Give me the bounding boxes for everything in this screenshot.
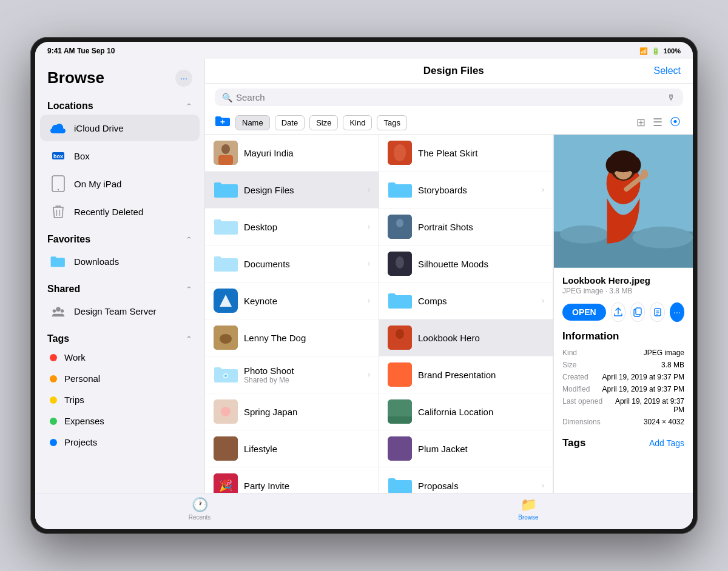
list-view-button[interactable]: ☰ (650, 115, 665, 130)
list-item[interactable]: Proposals › (379, 467, 553, 493)
info-row-modified: Modified April 19, 2019 at 9:37 PM (562, 385, 684, 393)
svg-point-49 (629, 156, 641, 173)
sidebar-item-icloud-drive[interactable]: iCloud Drive (40, 115, 200, 141)
battery-icon: 🔋 (652, 47, 660, 55)
list-item[interactable]: Design Files › (205, 172, 379, 209)
select-button[interactable]: Select (654, 65, 681, 76)
list-item[interactable]: Lookbook Hero (379, 319, 553, 356)
documents-chevron: › (368, 259, 370, 268)
sort-size-button[interactable]: Size (309, 115, 338, 130)
shared-section-header: Shared ⌃ (35, 275, 204, 297)
list-item[interactable]: Comps › (379, 282, 553, 319)
search-icon: 🔍 (222, 93, 232, 102)
column-view-button[interactable]: ⦿ (667, 115, 683, 130)
locations-title: Locations (47, 101, 93, 112)
svg-point-19 (224, 375, 227, 377)
info-key-size: Size (562, 361, 576, 369)
sidebar-item-downloads[interactable]: Downloads (40, 248, 200, 275)
list-item[interactable]: 🎉 Party Invite (205, 467, 379, 493)
sort-date-button[interactable]: Date (275, 115, 305, 130)
sidebar-item-work[interactable]: Work (40, 347, 200, 367)
box-icon: box (50, 147, 67, 164)
lookbook-hero-name: Lookbook Hero (418, 333, 544, 343)
silhouette-moods-thumb (388, 252, 412, 276)
browse-label: Browse (518, 514, 538, 521)
sidebar-item-design-team[interactable]: Design Team Server (40, 298, 200, 324)
sidebar-item-projects[interactable]: Projects (40, 432, 200, 452)
sort-bar-left: Name Date Size Kind Tags (215, 115, 629, 130)
projects-tag-label: Projects (64, 437, 97, 447)
portrait-shots-thumb (388, 215, 412, 239)
storyboards-name: Storyboards (418, 185, 536, 195)
info-key-last-opened: Last opened (562, 397, 602, 406)
list-item[interactable]: Desktop › (205, 209, 379, 245)
expenses-tag-dot (50, 418, 57, 425)
shared-title: Shared (47, 284, 80, 295)
list-item[interactable]: Storyboards › (379, 172, 553, 209)
list-item[interactable]: The Pleat Skirt (379, 135, 553, 172)
favorites-title: Favorites (47, 234, 90, 245)
design-team-label: Design Team Server (74, 306, 157, 316)
status-bar: 9:41 AM Tue Sep 10 📶 🔋 100% (35, 42, 693, 59)
sidebar-item-on-my-ipad[interactable]: On My iPad (40, 170, 200, 197)
comps-thumb (388, 289, 412, 313)
open-button[interactable]: OPEN (562, 304, 606, 321)
sort-tags-button[interactable]: Tags (377, 115, 406, 130)
info-val-dimensions: 3024 × 4032 (644, 418, 684, 426)
list-item[interactable]: California Location (379, 393, 553, 430)
add-tags-button[interactable]: Add Tags (649, 438, 684, 448)
copy-button[interactable] (630, 302, 645, 322)
new-folder-button[interactable] (215, 115, 231, 130)
sort-kind-button[interactable]: Kind (343, 115, 372, 130)
main-title: Design Files (423, 65, 484, 77)
tab-recents[interactable]: 🕐 Recents (35, 497, 364, 521)
sidebar-more-button[interactable]: ··· (175, 70, 192, 87)
list-item[interactable]: Spring Japan (205, 393, 379, 430)
tab-browse[interactable]: 📁 Browse (364, 497, 693, 521)
svg-rect-37 (388, 436, 412, 461)
brand-presentation-thumb (388, 362, 412, 387)
list-item[interactable]: Keynote › (205, 282, 379, 319)
list-item[interactable]: Silhouette Moods (379, 245, 553, 282)
info-button[interactable] (650, 302, 664, 322)
ipad-icon (50, 175, 67, 192)
box-label: Box (74, 151, 90, 161)
info-row-size: Size 3.8 MB (562, 361, 684, 369)
grid-view-button[interactable]: ⊞ (634, 115, 648, 130)
share-button[interactable] (611, 302, 625, 322)
sidebar-item-personal[interactable]: Personal (40, 369, 200, 389)
list-item[interactable]: Brand Presentation (379, 356, 553, 393)
info-val-size: 3.8 MB (661, 361, 684, 369)
app-container: Browse ··· Locations ⌃ iCloud Drive (35, 59, 693, 493)
sidebar-item-recently-deleted[interactable]: Recently Deleted (40, 198, 200, 225)
sidebar-item-trips[interactable]: Trips (40, 390, 200, 410)
keynote-chevron: › (368, 296, 370, 305)
svg-point-8 (61, 309, 64, 313)
svg-rect-13 (218, 155, 233, 165)
list-item[interactable]: Portrait Shots (379, 209, 553, 245)
preview-image (554, 135, 693, 268)
list-item[interactable]: Photo Shoot Shared by Me › (205, 356, 379, 393)
svg-text:🎉: 🎉 (219, 479, 233, 492)
list-item[interactable]: Documents › (205, 245, 379, 282)
list-item[interactable]: Plum Jacket (379, 430, 553, 467)
list-item[interactable]: Lifestyle (205, 430, 379, 467)
projects-tag-dot (50, 439, 57, 446)
mic-icon[interactable]: 🎙 (667, 93, 676, 102)
photo-shoot-chevron: › (368, 370, 370, 379)
list-item[interactable]: Lenny The Dog (205, 319, 379, 356)
sidebar-item-box[interactable]: box Box (40, 142, 200, 169)
downloads-folder-icon (50, 253, 67, 270)
sidebar-item-expenses[interactable]: Expenses (40, 411, 200, 431)
mayuri-india-thumb (214, 141, 238, 165)
info-row-dimensions: Dimensions 3024 × 4032 (562, 418, 684, 426)
search-input[interactable] (236, 92, 664, 102)
sort-name-button[interactable]: Name (235, 115, 270, 130)
more-actions-button[interactable]: ··· (670, 302, 684, 322)
preview-actions: OPEN ··· (562, 302, 684, 322)
photo-shoot-thumb (214, 362, 238, 387)
svg-point-17 (220, 334, 232, 344)
list-item[interactable]: Mayuri India (205, 135, 379, 172)
storyboards-thumb (388, 178, 412, 202)
tags-section: Tags Add Tags (554, 437, 693, 461)
